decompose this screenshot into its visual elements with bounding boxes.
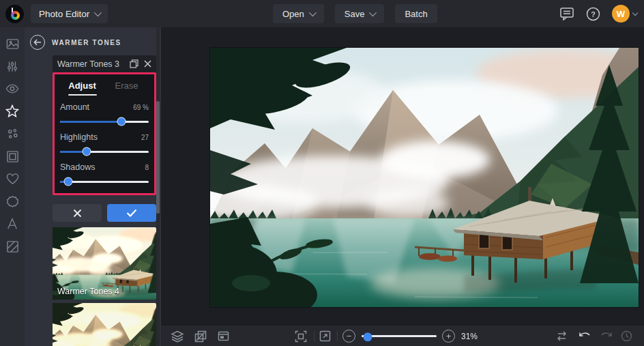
highlights-slider: Highlights 27: [60, 132, 149, 156]
badge-icon: [6, 195, 19, 208]
amount-value: 69 %: [133, 104, 149, 111]
history-button[interactable]: [621, 326, 632, 346]
compare-button[interactable]: [555, 326, 568, 346]
arrow-left-icon: [33, 39, 42, 46]
amount-label: Amount: [60, 102, 89, 112]
tool-rail: [0, 27, 25, 346]
chevron-down-icon: [632, 10, 638, 15]
frame-icon: [6, 150, 19, 163]
adjust-settings-box: Adjust Erase Amount 69 % Highlights: [53, 72, 156, 195]
back-button[interactable]: [30, 35, 45, 50]
panels-layout-button[interactable]: [218, 326, 229, 346]
effect-card-header: Warmer Tones 3: [53, 55, 156, 72]
app-menu-button[interactable]: Photo Editor: [31, 4, 108, 23]
panel-title: WARMER TONES: [52, 39, 121, 46]
zoom-out-button[interactable]: −: [342, 330, 355, 343]
effect-thumbnail-warmer-tones-4[interactable]: Warmer Tones 4: [53, 227, 156, 300]
cancel-button[interactable]: [53, 204, 102, 222]
clock-icon: [621, 330, 632, 342]
duplicate-button[interactable]: [130, 59, 138, 68]
open-label: Open: [282, 9, 304, 19]
redo-button[interactable]: [600, 326, 613, 346]
highlights-label: Highlights: [60, 132, 98, 142]
settings-tabs: Adjust Erase: [60, 74, 149, 96]
actual-size-button[interactable]: [319, 326, 331, 346]
zoom-level: 31%: [461, 326, 478, 346]
dots-cluster-icon: [6, 128, 19, 141]
sliders-icon: [6, 60, 18, 73]
effect-name: Warmer Tones 3: [57, 59, 124, 69]
slider-fill: [60, 121, 121, 123]
eye-icon: [5, 83, 19, 94]
thumbnail-label: Warmer Tones 4: [57, 287, 119, 296]
avatar[interactable]: W: [612, 5, 630, 23]
check-icon: [126, 209, 137, 217]
shadows-label: Shadows: [60, 162, 95, 172]
batch-label: Batch: [405, 9, 427, 19]
x-icon: [73, 209, 82, 218]
chat-bubble-icon: [559, 7, 574, 20]
effect-thumbnail-next[interactable]: [53, 303, 156, 346]
rail-item-text[interactable]: [3, 215, 21, 233]
tab-adjust[interactable]: Adjust: [60, 74, 104, 96]
highlights-track[interactable]: [60, 147, 149, 156]
effect-panel: WARMER TONES Warmer Tones 3: [25, 27, 161, 346]
rail-item-textures[interactable]: [3, 237, 21, 255]
rail-item-adjustments[interactable]: [3, 57, 21, 75]
apply-button[interactable]: [107, 204, 156, 222]
undo-button[interactable]: [579, 326, 591, 346]
app-menu-label: Photo Editor: [39, 9, 89, 19]
duplicate-icon: [130, 59, 138, 68]
transform-icon: [194, 330, 207, 343]
highlights-value: 27: [141, 134, 149, 141]
svg-text:?: ?: [591, 10, 596, 18]
zoom-slider-thumb[interactable]: [363, 332, 372, 341]
star-icon: [5, 104, 19, 118]
rail-item-artsy[interactable]: [3, 125, 21, 143]
canvas-area: [161, 27, 644, 325]
shadows-track[interactable]: [60, 177, 149, 186]
actual-size-icon: [319, 330, 331, 342]
shadows-slider: Shadows 8: [60, 162, 149, 186]
fit-screen-icon: [295, 330, 307, 343]
batch-button[interactable]: Batch: [395, 4, 437, 23]
close-icon: [144, 60, 151, 68]
top-bar: Photo Editor Open Save Batch: [0, 0, 644, 27]
rail-item-touchup[interactable]: [3, 80, 21, 98]
canvas-image[interactable]: [210, 48, 639, 307]
tab-erase[interactable]: Erase: [104, 74, 149, 96]
save-label: Save: [345, 9, 365, 19]
slider-thumb[interactable]: [63, 177, 72, 186]
transform-button[interactable]: [194, 326, 207, 346]
bottom-toolbar: − + 31%: [161, 325, 644, 346]
chevron-down-icon: [94, 9, 102, 16]
befunky-logo-icon[interactable]: [5, 5, 24, 23]
rail-item-edit[interactable]: [3, 35, 21, 53]
rail-item-effects[interactable]: [3, 102, 21, 120]
slider-thumb[interactable]: [83, 147, 91, 156]
help-button[interactable]: ?: [586, 7, 600, 21]
divider: [337, 331, 338, 341]
undo-icon: [579, 331, 591, 341]
slider-thumb[interactable]: [117, 117, 126, 126]
rail-item-overlays[interactable]: [3, 170, 21, 188]
save-button[interactable]: Save: [335, 4, 385, 23]
chevron-down-icon: [369, 9, 377, 16]
zoom-in-button[interactable]: +: [442, 330, 455, 343]
zoom-slider-track[interactable]: [362, 335, 437, 337]
thumbnail-image: [53, 303, 156, 346]
fit-to-screen-button[interactable]: [295, 326, 307, 346]
open-button[interactable]: Open: [273, 4, 324, 23]
layers-button[interactable]: [171, 326, 184, 346]
feedback-chat-button[interactable]: [559, 7, 574, 20]
close-effect-button[interactable]: [144, 60, 151, 68]
rail-item-frames[interactable]: [3, 147, 21, 165]
amount-slider: Amount 69 %: [60, 102, 149, 126]
rail-item-graphics[interactable]: [3, 192, 21, 210]
account-menu[interactable]: W: [612, 5, 637, 23]
lake-photo: [210, 48, 639, 307]
amount-track[interactable]: [60, 117, 149, 126]
redo-icon: [600, 331, 613, 341]
shadows-value: 8: [145, 164, 149, 171]
panel-scrollbar[interactable]: [156, 101, 160, 214]
